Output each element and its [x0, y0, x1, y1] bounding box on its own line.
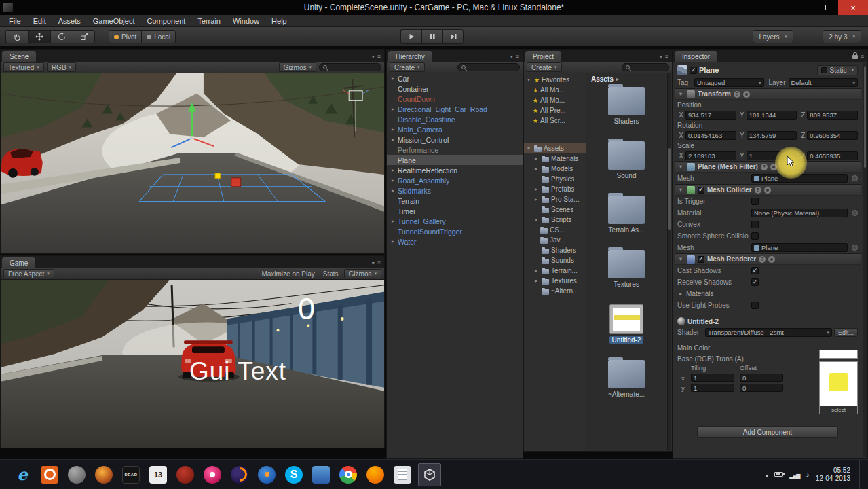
move-tool-button[interactable] — [28, 30, 50, 43]
project-scrollbar[interactable] — [667, 73, 671, 450]
mesh-renderer-header[interactable]: Mesh Renderer — [675, 253, 861, 265]
hierarchy-item-mission-control[interactable]: Mission_Control — [387, 134, 523, 145]
foldout-icon[interactable] — [390, 137, 396, 143]
tree-sounds[interactable]: Sounds — [524, 255, 586, 266]
hierarchy-item-water[interactable]: Water — [387, 236, 523, 247]
foldout-icon[interactable] — [533, 217, 540, 223]
taskbar-icon-13-app[interactable]: 13 — [147, 463, 170, 486]
tree-materials[interactable]: Materials — [524, 153, 586, 164]
draw-mode-dropdown[interactable]: Textured — [3, 62, 44, 72]
foldout-icon[interactable] — [525, 145, 532, 151]
tree-physics[interactable]: Physics — [524, 174, 586, 184]
base-texture-preview[interactable]: select — [819, 361, 858, 414]
foldout-icon[interactable] — [677, 187, 684, 193]
taskbar-icon-skype[interactable]: S — [282, 463, 305, 486]
foldout-icon[interactable] — [390, 75, 396, 82]
game-viewport[interactable]: 0 Gui Text — [1, 280, 384, 448]
hierarchy-item-timer[interactable]: Timer — [387, 206, 523, 216]
battery-icon[interactable] — [774, 472, 783, 477]
taskbar-icon-internet-explorer[interactable]: e — [11, 463, 34, 486]
menu-component[interactable]: Component — [140, 15, 191, 26]
project-asset-alternate[interactable]: ~Alternate... — [605, 360, 647, 398]
tiling-y-field[interactable]: 1 — [691, 384, 734, 392]
foldout-icon[interactable] — [533, 278, 540, 284]
tab-project[interactable]: Project — [525, 51, 561, 62]
tree-alternate[interactable]: ~Altern... — [524, 286, 586, 296]
help-icon[interactable] — [759, 256, 766, 263]
layers-dropdown[interactable]: Layers — [753, 30, 793, 43]
hierarchy-item-disable-coastline[interactable]: Disable_Coastline — [387, 114, 523, 124]
static-dropdown[interactable]: Static — [817, 65, 858, 75]
panel-dropdown-icon[interactable] — [660, 52, 662, 60]
play-button[interactable] — [400, 29, 421, 44]
stats-toggle[interactable]: Stats — [320, 270, 341, 278]
foldout-icon[interactable] — [677, 91, 684, 97]
tree-all-scripts[interactable]: All Scr... — [524, 115, 586, 126]
gameobject-name[interactable]: Plane — [699, 66, 719, 74]
gear-icon[interactable] — [743, 91, 750, 98]
tree-all-prefabs[interactable]: All Pre... — [524, 105, 586, 115]
panel-menu-icon[interactable] — [861, 52, 864, 60]
minimize-button[interactable] — [799, 0, 818, 15]
receive-shadows-checkbox[interactable] — [751, 278, 759, 286]
taskbar-icon-darkred-app[interactable] — [174, 463, 197, 486]
component-enabled-checkbox[interactable] — [698, 187, 704, 194]
tree-all-materials[interactable]: All Ma... — [524, 85, 586, 95]
project-search-input[interactable] — [622, 63, 669, 71]
taskbar-icon-ember-app[interactable] — [92, 463, 115, 486]
hierarchy-item-container[interactable]: Container — [387, 84, 523, 94]
object-picker-icon[interactable] — [852, 175, 858, 181]
position-x-field[interactable]: 934.517 — [685, 111, 736, 120]
component-enabled-checkbox[interactable] — [698, 256, 704, 263]
foldout-icon[interactable] — [677, 164, 684, 170]
mesh-filter-header[interactable]: Plane (Mesh Filter) — [675, 161, 861, 173]
project-asset-textures[interactable]: Textures — [608, 250, 645, 288]
material-header[interactable]: Untitled-2 — [675, 316, 861, 327]
foldout-icon[interactable] — [390, 238, 396, 244]
tab-inspector[interactable]: Inspector — [675, 51, 717, 62]
active-checkbox[interactable] — [690, 67, 697, 74]
taskbar-icon-orange-app[interactable] — [38, 463, 61, 486]
rotation-z-field[interactable]: 0.2606354 — [807, 131, 858, 140]
maximize-on-play-toggle[interactable]: Maximize on Play — [259, 270, 317, 278]
hierarchy-item-countdown[interactable]: CountDown — [387, 94, 523, 104]
scene-gizmos-dropdown[interactable]: Gizmos — [279, 62, 316, 72]
hand-tool-button[interactable] — [5, 30, 28, 43]
hierarchy-create-button[interactable]: Create — [390, 62, 425, 72]
tab-scene[interactable]: Scene — [2, 51, 36, 62]
foldout-icon[interactable] — [525, 77, 532, 83]
static-checkbox[interactable] — [821, 67, 827, 73]
object-picker-icon[interactable] — [852, 244, 858, 251]
tree-scenes[interactable]: Scenes — [524, 204, 586, 215]
game-gizmos-dropdown[interactable]: Gizmos — [344, 269, 381, 278]
close-button[interactable]: × — [838, 0, 868, 15]
taskbar-icon-firefox[interactable] — [228, 463, 251, 486]
tray-clock[interactable]: 05:52 12-04-2013 — [816, 467, 850, 483]
hierarchy-item-tunnel-gallery[interactable]: Tunnel_Gallery — [387, 216, 523, 226]
foldout-icon[interactable] — [533, 186, 540, 192]
shader-edit-button[interactable]: Edit... — [834, 328, 858, 337]
inspector-scrollbar[interactable] — [863, 63, 867, 457]
hierarchy-item-tunnelsoundtrigger[interactable]: TunnelSoundTrigger — [387, 226, 523, 236]
tree-terrain-assets[interactable]: Terrain... — [524, 266, 586, 276]
panel-menu-icon[interactable] — [377, 258, 381, 266]
tree-prefabs[interactable]: Prefabs — [524, 184, 586, 194]
foldout-icon[interactable] — [390, 187, 396, 194]
hierarchy-item-road-assembly[interactable]: Road_Assembly — [387, 175, 523, 185]
taskbar-icon-notes[interactable] — [391, 463, 414, 486]
step-button[interactable] — [442, 29, 464, 44]
lock-icon[interactable] — [852, 55, 858, 59]
offset-y-field[interactable]: 0 — [740, 384, 783, 392]
taskbar-icon-chrome[interactable] — [337, 463, 360, 486]
materials-foldout-row[interactable]: Materials — [675, 288, 861, 300]
hierarchy-item-performance[interactable]: Performance — [387, 145, 523, 155]
collider-mesh-field[interactable]: Plane — [751, 243, 848, 252]
tree-textures[interactable]: Textures — [524, 276, 586, 286]
taskbar-icon-thunderbird[interactable] — [255, 463, 278, 486]
project-asset-untitled-2[interactable]: Untitled-2 — [609, 304, 644, 344]
foldout-icon[interactable] — [390, 106, 396, 112]
tree-all-models[interactable]: All Mo... — [524, 95, 586, 105]
tree-scripts[interactable]: Scripts — [524, 215, 586, 225]
hierarchy-item-car[interactable]: Car — [387, 73, 523, 84]
scrollbar-thumb[interactable] — [864, 66, 866, 168]
